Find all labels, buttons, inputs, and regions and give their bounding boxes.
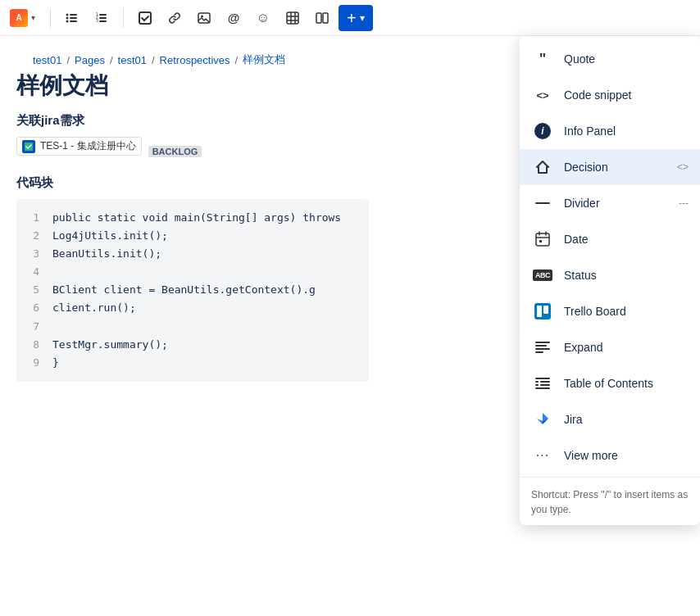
quote-icon: " (531, 48, 554, 70)
link-btn[interactable] (161, 5, 188, 31)
svg-rect-0 (70, 14, 77, 16)
jira-icon (531, 408, 554, 431)
insert-plus-btn[interactable]: + ▾ (339, 5, 373, 31)
expand-icon (531, 336, 554, 359)
menu-item-jira[interactable]: Jira (520, 401, 700, 437)
expand-label: Expand (564, 341, 689, 354)
menu-item-status[interactable]: ABC Status (520, 257, 700, 293)
menu-item-code-snippet[interactable]: <> Code snippet (520, 77, 700, 113)
date-label: Date (564, 233, 689, 246)
jira-ticket-icon (22, 140, 35, 153)
trello-board-label: Trello Board (564, 305, 689, 318)
menu-item-expand[interactable]: Expand (520, 329, 700, 365)
menu-item-table-of-contents[interactable]: Table of Contents (520, 365, 700, 401)
code-line-2: 2 Log4jUtils.init(); (30, 227, 356, 245)
svg-rect-6 (99, 14, 107, 16)
toolbar: A ▾ 1 2 3 (0, 0, 700, 36)
status-label: Status (564, 269, 689, 282)
status-icon: ABC (531, 264, 554, 287)
logo-chevron[interactable]: ▾ (31, 13, 35, 22)
svg-point-4 (66, 16, 69, 19)
menu-footer-divider (520, 477, 700, 478)
divider-icon (531, 192, 554, 215)
decision-icon (531, 156, 554, 179)
info-panel-label: Info Panel (564, 125, 689, 138)
svg-rect-8 (99, 20, 107, 22)
toc-label: Table of Contents (564, 377, 689, 390)
code-block: 1 public static void main(String[] args)… (16, 199, 369, 382)
svg-point-3 (66, 13, 69, 16)
breadcrumb-item-3[interactable]: test01 (118, 54, 147, 66)
jira-label: Jira (564, 413, 689, 426)
table-btn[interactable] (280, 5, 306, 31)
svg-rect-15 (287, 12, 298, 24)
code-line-8: 8 TestMgr.summary(); (30, 336, 356, 354)
menu-item-view-more[interactable]: ··· View more (520, 437, 700, 473)
menu-item-info-panel[interactable]: i Info Panel (520, 113, 700, 149)
svg-text:3: 3 (96, 18, 98, 23)
breadcrumb-item-2[interactable]: Pages (75, 54, 105, 66)
code-snippet-label: Code snippet (564, 88, 689, 102)
menu-item-decision[interactable]: Decision <> (520, 149, 700, 185)
jira-ticket-tag[interactable]: TES-1 - 集成注册中心 (16, 137, 142, 156)
menu-footer: Shortcut: Press "/" to insert items as y… (520, 481, 700, 520)
emoji-btn[interactable]: ☺ (250, 5, 276, 31)
decision-label: Decision (564, 161, 667, 174)
toc-icon (531, 372, 554, 395)
divider-1 (50, 8, 51, 28)
menu-item-date[interactable]: Date (520, 221, 700, 257)
bullet-list-btn[interactable] (59, 5, 85, 31)
date-icon (531, 228, 554, 251)
breadcrumb-item-5[interactable]: 样例文档 (243, 52, 285, 67)
svg-rect-22 (536, 233, 549, 246)
menu-item-quote[interactable]: " Quote (520, 41, 700, 77)
code-line-6: 6 client.run(); (30, 299, 356, 317)
breadcrumb-item-4[interactable]: Retrospectives (160, 54, 230, 66)
checkbox-btn[interactable] (132, 5, 158, 31)
columns-btn[interactable] (309, 5, 335, 31)
trello-icon (531, 300, 554, 323)
divider-2 (123, 8, 124, 28)
code-line-7: 7 (30, 318, 356, 336)
svg-point-5 (66, 20, 69, 22)
mention-btn[interactable]: @ (220, 5, 247, 31)
plus-label: + (347, 10, 357, 26)
code-line-3: 3 BeanUtils.init(); (30, 245, 356, 263)
menu-item-trello-board[interactable]: Trello Board (520, 293, 700, 329)
svg-point-14 (201, 15, 203, 17)
quote-label: Quote (564, 52, 689, 66)
jira-ticket-label: TES-1 - 集成注册中心 (40, 139, 136, 153)
svg-rect-2 (70, 20, 77, 22)
menu-item-divider[interactable]: Divider --- (520, 185, 700, 221)
breadcrumb-item-1[interactable]: test01 (33, 54, 61, 66)
code-line-5: 5 BClient client = BeanUtils.getContext(… (30, 281, 356, 299)
view-more-label: View more (564, 449, 689, 462)
backlog-badge: BACKLOG (148, 146, 202, 157)
svg-rect-20 (316, 13, 321, 23)
divider-shortcut: --- (679, 197, 689, 209)
image-btn[interactable] (191, 5, 217, 31)
info-icon: i (531, 120, 554, 143)
logo-icon: A (10, 9, 28, 27)
code-line-4: 4 (30, 263, 356, 281)
dots-icon: ··· (531, 444, 554, 467)
logo: A ▾ (10, 9, 35, 27)
plus-chevron: ▾ (360, 12, 365, 24)
svg-rect-26 (539, 240, 542, 242)
code-icon: <> (531, 84, 554, 106)
divider-label: Divider (564, 197, 669, 210)
insert-dropdown-menu: " Quote <> Code snippet i Info Panel Dec… (520, 36, 700, 525)
numbered-list-btn[interactable]: 1 2 3 (89, 5, 115, 31)
code-line-1: 1 public static void main(String[] args)… (30, 209, 356, 227)
svg-rect-7 (99, 17, 107, 19)
svg-rect-1 (70, 17, 77, 19)
decision-shortcut: <> (677, 161, 689, 173)
code-line-9: 9 } (30, 354, 356, 372)
svg-rect-21 (323, 13, 328, 23)
